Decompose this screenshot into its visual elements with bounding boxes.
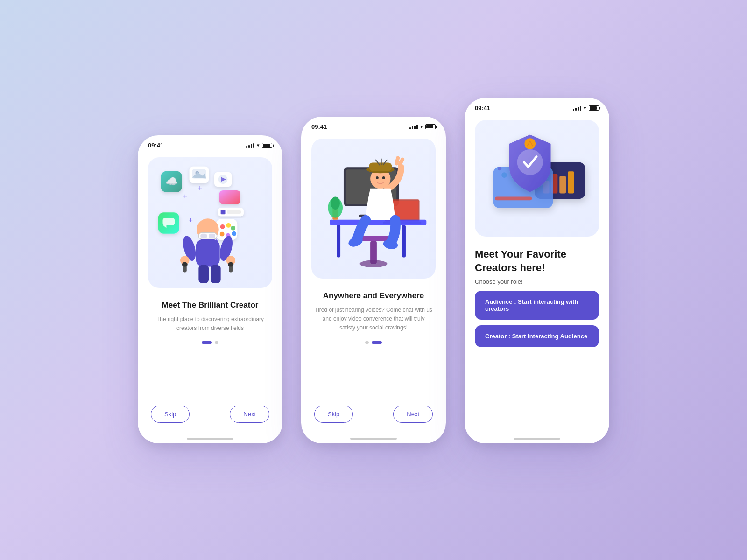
svg-point-14	[220, 224, 225, 229]
svg-rect-74	[568, 171, 574, 193]
svg-rect-21	[163, 218, 175, 225]
svg-rect-49	[330, 220, 426, 225]
home-bar-3	[514, 438, 560, 440]
svg-rect-36	[182, 262, 188, 267]
svg-point-17	[232, 231, 236, 236]
home-indicator-1	[138, 434, 282, 443]
svg-rect-31	[196, 239, 219, 266]
home-bar-1	[187, 438, 233, 440]
illustration-area-1: ☁️	[148, 157, 272, 288]
phone-content-1: Meet The Brilliant Creator The right pla…	[138, 293, 282, 398]
desk-illustration	[311, 139, 436, 279]
status-bar-3: 09:41 ▾	[465, 98, 609, 115]
svg-point-54	[359, 260, 387, 267]
next-button-2[interactable]: Next	[393, 406, 433, 423]
svg-point-15	[226, 223, 231, 228]
svg-point-76	[517, 149, 543, 175]
creator-label-bold: Creator	[485, 333, 507, 340]
btn-row-1: Skip Next	[138, 398, 282, 434]
creator-illustration: ☁️	[148, 157, 272, 288]
svg-rect-80	[495, 196, 532, 200]
svg-rect-30	[209, 234, 215, 238]
svg-point-19	[220, 232, 225, 237]
svg-point-79	[498, 167, 501, 170]
svg-rect-57	[369, 162, 392, 171]
status-icons-1: ▾	[246, 142, 272, 148]
creator-role-button[interactable]: Creator : Start interacting Audience	[475, 325, 599, 347]
svg-line-61	[400, 160, 402, 165]
next-button-1[interactable]: Next	[230, 406, 269, 423]
audience-role-button[interactable]: Audience : Start interacting with creato…	[475, 291, 599, 320]
illustration-area-2	[311, 139, 436, 279]
home-indicator-2	[301, 434, 446, 443]
screen-desc-1: The right place to discovering extraordi…	[151, 315, 269, 333]
shield-illustration	[475, 120, 599, 237]
illustration-area-3	[475, 120, 599, 237]
status-bar-2: 09:41 ▾	[301, 117, 446, 134]
status-bar-1: 09:41 ▾	[138, 135, 282, 153]
phone-2: 09:41 ▾	[301, 117, 446, 443]
phone-content-2: Anywhere and Everywhere Tired of just he…	[301, 283, 446, 398]
status-time-2: 09:41	[311, 123, 327, 130]
skip-button-2[interactable]: Skip	[314, 406, 353, 423]
svg-point-16	[231, 226, 235, 231]
screen-title-2: Anywhere and Everywhere	[314, 291, 433, 301]
wifi-icon-2: ▾	[420, 124, 423, 130]
svg-point-66	[331, 196, 340, 210]
status-time-1: 09:41	[148, 142, 163, 149]
svg-rect-73	[559, 176, 566, 193]
signal-icon-2	[409, 125, 418, 129]
dot-inactive-2	[365, 341, 369, 344]
svg-point-78	[501, 172, 507, 178]
wifi-icon-1: ▾	[257, 142, 260, 148]
svg-rect-12	[227, 210, 241, 214]
svg-point-59	[382, 176, 385, 179]
skip-button-1[interactable]: Skip	[151, 406, 190, 423]
battery-icon-2	[425, 124, 436, 129]
dots-row-1	[151, 341, 269, 344]
dot-active-1	[202, 341, 212, 344]
dot-inactive-1	[215, 341, 218, 344]
phone-1: 09:41 ▾ ☁️	[138, 135, 282, 443]
svg-rect-40	[198, 265, 209, 283]
screen-title-1: Meet The Brilliant Creator	[151, 300, 269, 310]
status-icons-3: ▾	[573, 105, 599, 111]
svg-text:☁️: ☁️	[165, 175, 178, 188]
creator-label-text: : Start interacting Audience	[507, 333, 587, 340]
svg-rect-39	[228, 262, 233, 267]
svg-line-60	[396, 158, 398, 164]
svg-rect-9	[219, 190, 240, 204]
svg-rect-29	[200, 234, 207, 238]
audience-label-bold: Audience	[485, 298, 513, 305]
home-indicator-3	[465, 434, 609, 443]
signal-icon-1	[246, 143, 254, 148]
phones-container: 09:41 ▾ ☁️	[138, 107, 609, 453]
phone-3: 09:41 ▾	[465, 98, 609, 443]
svg-rect-41	[211, 265, 221, 283]
battery-icon-3	[589, 105, 599, 111]
status-time-3: 09:41	[475, 105, 490, 112]
role-title: Meet Your Favorite Creators here!	[465, 248, 609, 274]
status-icons-2: ▾	[409, 124, 436, 130]
svg-rect-50	[337, 225, 340, 257]
screen-desc-2: Tired of just hearing voices? Come chat …	[314, 306, 433, 333]
svg-rect-51	[402, 225, 406, 257]
signal-icon-3	[573, 106, 581, 111]
svg-text:+: +	[183, 192, 187, 200]
svg-rect-11	[221, 210, 226, 214]
svg-text:+: +	[197, 184, 202, 192]
wifi-icon-3: ▾	[584, 105, 586, 111]
home-bar-2	[350, 438, 397, 440]
btn-row-2: Skip Next	[301, 398, 446, 434]
svg-text:+: +	[189, 216, 193, 224]
dots-row-2	[314, 341, 433, 344]
battery-icon-1	[262, 143, 272, 148]
dot-active-2	[372, 341, 382, 344]
role-subtitle: Choose your role!	[465, 274, 609, 291]
svg-point-58	[376, 176, 379, 179]
